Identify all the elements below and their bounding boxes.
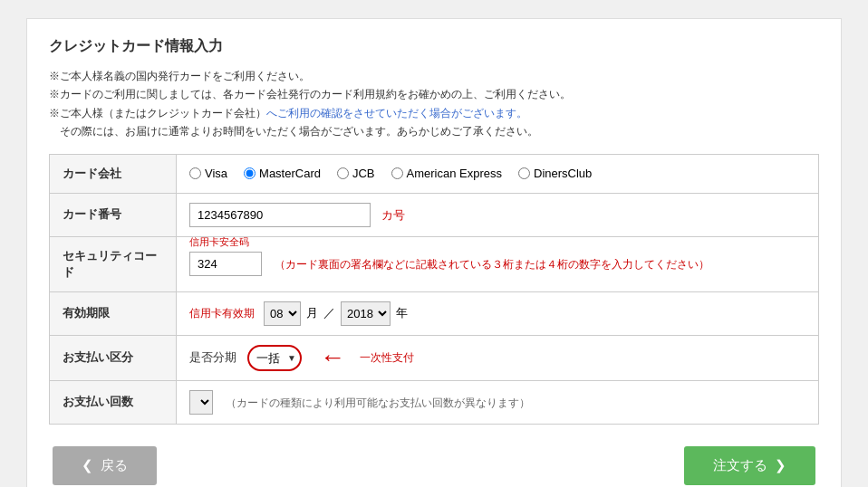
notice-box: ※ご本人様名義の国内発行カードをご利用ください。 ※カードのご利用に関しましては… [49, 67, 819, 141]
radio-label-jcb: JCB [352, 167, 375, 180]
payment-arrow-label: 一次性支付 [360, 350, 414, 366]
payment-type-label: お支払い区分 [50, 335, 177, 380]
radio-diners[interactable]: DinersClub [518, 167, 592, 180]
expiry-annotation: 信用卡有效期 [189, 306, 255, 321]
radio-label-visa: Visa [205, 167, 227, 180]
order-button[interactable]: 注文する ❯ [684, 446, 815, 485]
radio-label-diners: DinersClub [534, 167, 592, 180]
card-company-row: カード会社 Visa MasterCard JCB [50, 154, 819, 193]
radio-jcb[interactable]: JCB [337, 167, 375, 180]
card-number-hint: カ号 [381, 208, 405, 222]
payment-type-select[interactable]: 一括 分割 リボ [247, 345, 302, 371]
expiry-month-label: 月 [306, 305, 318, 321]
radio-input-mastercard[interactable] [244, 167, 256, 179]
radio-label-mastercard: MasterCard [259, 167, 321, 180]
expiry-label: 有効期限 [50, 291, 177, 335]
payment-type-input-cell: 是否分期 一括 分割 リボ ▼ ← 一次性支付 [177, 335, 819, 380]
security-code-input-cell: 信用卡安全码 （カード裏面の署名欄などに記載されている３桁または４桁の数字を入力… [177, 236, 819, 291]
back-icon: ❮ [82, 457, 93, 473]
expiry-row: 有効期限 信用卡有效期 01 02 03 04 05 06 07 08 09 1… [50, 291, 819, 335]
radio-input-amex[interactable] [391, 167, 403, 179]
expiry-input-cell: 信用卡有效期 01 02 03 04 05 06 07 08 09 10 11 … [177, 291, 819, 335]
payment-count-label: お支払い回数 [50, 380, 177, 424]
page-title: クレジットカード情報入力 [49, 37, 819, 56]
payment-count-hint: （カードの種類により利用可能なお支払い回数が異なります） [226, 396, 530, 409]
notice-4: その際には、お届けに通常よりお時間をいただく場合がございます。あらかじめご了承く… [49, 122, 819, 140]
payment-count-input-cell: （カードの種類により利用可能なお支払い回数が異なります） [177, 380, 819, 424]
card-number-row: カード番号 カ号 [50, 193, 819, 236]
form-table: カード会社 Visa MasterCard JCB [49, 154, 819, 425]
radio-amex[interactable]: American Express [391, 167, 502, 180]
card-number-label: カード番号 [50, 193, 177, 236]
payment-type-row: お支払い区分 是否分期 一括 分割 リボ ▼ ← 一次性支付 [50, 335, 819, 380]
card-company-input-cell: Visa MasterCard JCB American Express [177, 154, 819, 193]
security-hint: （カード裏面の署名欄などに記載されている３桁または４桁の数字を入力してください） [275, 258, 709, 271]
payment-count-select[interactable] [189, 390, 213, 415]
payment-installment-label: 是否分期 [189, 349, 236, 366]
expiry-year-select[interactable]: 2015 2016 2017 2018 2019 2020 2021 2022 … [341, 301, 391, 326]
confirm-link[interactable]: へご利用の確認をさせていただく場合がございます。 [266, 107, 527, 119]
expiry-year-label: 年 [396, 305, 408, 321]
radio-visa[interactable]: Visa [189, 167, 227, 180]
radio-input-diners[interactable] [518, 167, 530, 179]
card-number-input-cell: カ号 [177, 193, 819, 236]
payment-wrapper: 是否分期 一括 分割 リボ ▼ ← 一次性支付 [189, 345, 805, 371]
payment-count-row: お支払い回数 （カードの種類により利用可能なお支払い回数が異なります） [50, 380, 819, 424]
expiry-wrapper: 信用卡有效期 01 02 03 04 05 06 07 08 09 10 11 … [189, 301, 805, 326]
card-number-input[interactable] [189, 203, 371, 227]
security-annotation: 信用卡安全码 [189, 235, 249, 249]
radio-mastercard[interactable]: MasterCard [244, 167, 321, 180]
security-code-label: セキュリティコード [50, 236, 177, 291]
arrow-icon: ← [320, 345, 345, 370]
order-icon: ❯ [775, 457, 786, 473]
notice-2: ※カードのご利用に関しましては、各カード会社発行のカード利用規約をお確かめの上、… [49, 85, 819, 103]
security-wrapper: 信用卡安全码 （カード裏面の署名欄などに記載されている３桁または４桁の数字を入力… [189, 252, 805, 276]
notice-1: ※ご本人様名義の国内発行カードをご利用ください。 [49, 67, 819, 85]
card-company-label: カード会社 [50, 154, 177, 193]
back-button[interactable]: ❮ 戻る [53, 446, 157, 485]
radio-input-visa[interactable] [189, 167, 201, 179]
payment-select-wrapper: 一括 分割 リボ ▼ [247, 345, 302, 371]
security-code-row: セキュリティコード 信用卡安全码 （カード裏面の署名欄などに記載されている３桁ま… [50, 236, 819, 291]
notice-3: ※ご本人様（またはクレジットカード会社）へご利用の確認をさせていただく場合がござ… [49, 104, 819, 122]
button-row: ❮ 戻る 注文する ❯ [49, 446, 819, 485]
order-label: 注文する [713, 457, 767, 474]
radio-input-jcb[interactable] [337, 167, 349, 179]
card-radio-group: Visa MasterCard JCB American Express [189, 167, 805, 180]
security-input[interactable] [189, 252, 262, 276]
radio-label-amex: American Express [407, 167, 502, 180]
expiry-month-select[interactable]: 01 02 03 04 05 06 07 08 09 10 11 12 [264, 301, 301, 326]
back-label: 戻る [101, 457, 128, 474]
